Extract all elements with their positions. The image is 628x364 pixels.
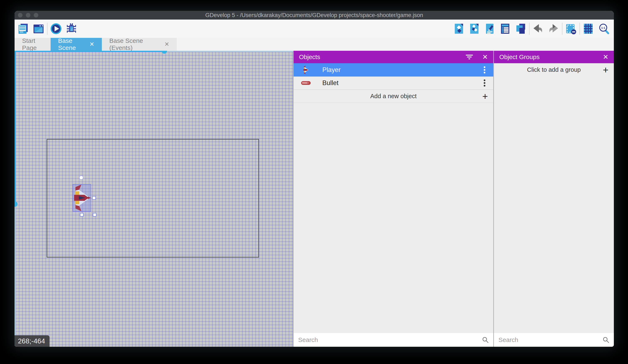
- objects-search-input[interactable]: [298, 336, 482, 343]
- resize-handle-corner[interactable]: [93, 213, 96, 217]
- toggle-grid-button[interactable]: [583, 23, 594, 35]
- objects-panel: Objects ✕: [294, 51, 493, 347]
- toolbar: 1:1: [14, 20, 614, 38]
- horizontal-scroll-track: [14, 51, 165, 52]
- project-manager-icon: [17, 23, 29, 35]
- toolbar-separator: [529, 23, 530, 35]
- vertical-scroll-track: [14, 51, 16, 204]
- groups-search-bar: [494, 333, 614, 347]
- object-groups-panel: Object Groups ✕ Click to add a group +: [494, 51, 614, 347]
- object-menu-kebab-icon[interactable]: [484, 82, 485, 84]
- objects-editor-icon: [453, 23, 465, 35]
- tab-start-page[interactable]: Start Page: [14, 38, 51, 51]
- tab-bar: Start Page Base Scene ✕ Base Scene (Even…: [14, 38, 614, 51]
- project-manager-button[interactable]: [17, 23, 29, 35]
- titlebar: GDevelop 5 - /Users/dkarakay/Documents/G…: [14, 11, 614, 20]
- tab-base-scene[interactable]: Base Scene ✕: [51, 38, 102, 51]
- toolbar-separator: [562, 23, 562, 35]
- properties-icon: [484, 23, 496, 35]
- groups-search-input[interactable]: [498, 336, 603, 343]
- window-mask-icon: [565, 23, 577, 35]
- tab-label: Base Scene: [58, 37, 81, 51]
- toolbar-separator: [47, 23, 48, 35]
- horizontal-scroll-thumb[interactable]: [161, 51, 167, 54]
- add-new-object-button[interactable]: Add a new object +: [294, 90, 493, 103]
- resize-handle-right[interactable]: [92, 196, 96, 200]
- vertical-scroll-track: [14, 208, 16, 347]
- player-ship-sprite: [73, 184, 91, 212]
- gdevelop-window: GDevelop 5 - /Users/dkarakay/Documents/G…: [14, 11, 614, 347]
- player-thumbnail: [301, 65, 311, 75]
- bullet-thumbnail: [301, 78, 311, 88]
- object-row-bullet[interactable]: Bullet: [294, 76, 493, 90]
- tab-base-scene-events[interactable]: Base Scene (Events) ✕: [102, 38, 177, 51]
- close-panel-icon[interactable]: ✕: [603, 54, 608, 60]
- svg-text:1:1: 1:1: [601, 26, 605, 30]
- undo-icon: [532, 23, 544, 35]
- objects-panel-title: Objects: [299, 54, 457, 61]
- search-icon: [482, 337, 489, 343]
- layers-icon: [515, 23, 526, 35]
- zoom-original-button[interactable]: 1:1: [598, 23, 610, 35]
- rotate-handle[interactable]: [79, 176, 83, 180]
- scene-editor-button[interactable]: [33, 23, 44, 35]
- plus-icon: +: [482, 92, 488, 101]
- play-preview-button[interactable]: [50, 23, 62, 35]
- open-layers-editor-button[interactable]: [515, 23, 526, 35]
- redo-icon: [548, 23, 559, 35]
- open-properties-button[interactable]: [484, 23, 496, 35]
- close-tab-icon[interactable]: ✕: [164, 41, 169, 47]
- toggle-window-mask-button[interactable]: [565, 23, 577, 35]
- scene-window-icon: [33, 23, 44, 35]
- undo-button[interactable]: [532, 23, 544, 35]
- grid-icon: [583, 23, 594, 35]
- add-new-object-label: Add a new object: [370, 93, 416, 100]
- plus-icon: +: [603, 65, 608, 75]
- object-groups-empty-area: [494, 76, 614, 333]
- horizontal-scroll-track: [165, 51, 293, 52]
- tab-label: Start Page: [22, 37, 43, 51]
- object-menu-kebab-icon[interactable]: [484, 69, 485, 71]
- filter-icon[interactable]: [466, 54, 473, 60]
- zoom-1-1-icon: 1:1: [598, 23, 610, 35]
- search-icon: [603, 337, 609, 343]
- object-name: Player: [322, 66, 484, 74]
- object-groups-editor-icon: [469, 23, 480, 35]
- resize-handle-bottom[interactable]: [80, 213, 83, 217]
- object-row-player[interactable]: Player: [294, 63, 493, 76]
- play-icon: [50, 23, 62, 35]
- open-objects-editor-button[interactable]: [453, 23, 465, 35]
- objects-search-bar: [294, 333, 493, 347]
- add-group-button[interactable]: Click to add a group +: [494, 63, 614, 76]
- open-object-groups-editor-button[interactable]: [469, 23, 480, 35]
- vertical-scroll-thumb[interactable]: [14, 201, 17, 207]
- tab-label: Base Scene (Events): [109, 37, 156, 51]
- objects-panel-header: Objects ✕: [294, 51, 493, 63]
- objects-panel-empty-area: [294, 103, 493, 333]
- object-groups-panel-title: Object Groups: [499, 54, 594, 61]
- object-groups-panel-header: Object Groups ✕: [494, 51, 614, 63]
- toolbar-separator: [579, 23, 580, 35]
- close-panel-icon[interactable]: ✕: [482, 54, 488, 60]
- debug-preview-button[interactable]: [66, 23, 77, 35]
- object-name: Bullet: [322, 79, 484, 87]
- scene-canvas[interactable]: 268;-464: [14, 51, 293, 347]
- cursor-coordinates: 268;-464: [14, 335, 50, 347]
- open-instances-list-button[interactable]: [499, 23, 511, 35]
- close-tab-icon[interactable]: ✕: [89, 41, 94, 47]
- add-group-label: Click to add a group: [527, 66, 581, 73]
- instances-list-icon: [499, 23, 511, 35]
- redo-button[interactable]: [548, 23, 559, 35]
- selected-instance-player[interactable]: [73, 184, 91, 212]
- bug-icon: [66, 23, 77, 35]
- window-title: GDevelop 5 - /Users/dkarakay/Documents/G…: [14, 12, 614, 18]
